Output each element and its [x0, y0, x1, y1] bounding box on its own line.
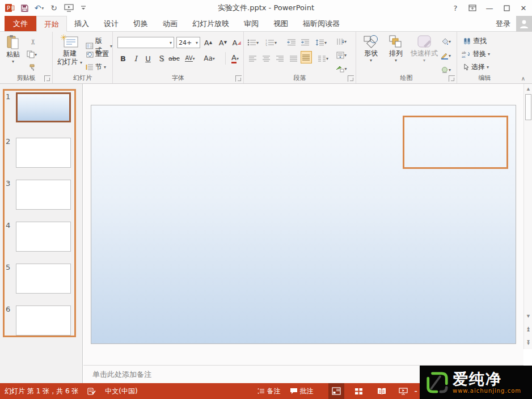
justify-icon[interactable]: [288, 52, 299, 65]
grow-font-icon[interactable]: A▲: [202, 36, 214, 49]
convert-smartart-icon[interactable]: ▾: [336, 62, 347, 75]
avatar[interactable]: [516, 16, 532, 32]
slide-thumbnail-1[interactable]: [16, 92, 71, 122]
font-color-button[interactable]: A▾: [225, 52, 239, 65]
reading-view-icon[interactable]: [374, 383, 390, 399]
scrollbar-thumb[interactable]: [525, 94, 531, 120]
scroll-up-icon[interactable]: ▲: [525, 84, 532, 94]
help-icon[interactable]: ?: [447, 1, 464, 15]
line-spacing-icon[interactable]: ▾: [315, 36, 327, 49]
undo-icon[interactable]: ↶▾: [33, 2, 45, 14]
new-slide-button[interactable]: 新建 幻灯片 ▾: [56, 35, 83, 66]
tab-view[interactable]: 视图: [266, 16, 295, 31]
replace-button[interactable]: abac 替换▾: [462, 49, 490, 59]
editing-group-label: 编辑: [457, 74, 512, 82]
slide-counter[interactable]: 幻灯片 第 1 张，共 6 张: [0, 383, 83, 399]
save-icon[interactable]: [18, 2, 31, 14]
tab-home[interactable]: 开始: [36, 16, 67, 32]
character-spacing-button[interactable]: AV▾: [184, 52, 196, 65]
comments-toggle[interactable]: 批注: [285, 383, 318, 399]
align-left-icon[interactable]: [247, 52, 259, 65]
powerpoint-app-icon: P: [3, 2, 16, 14]
paragraph-dialog-launcher[interactable]: [348, 75, 354, 82]
slide-canvas[interactable]: [91, 105, 516, 344]
notes-placeholder[interactable]: 单击此处添加备注: [92, 370, 151, 380]
watermark-brand: 爱纯净: [453, 371, 521, 387]
customize-qat-icon[interactable]: [77, 2, 90, 14]
increase-indent-icon[interactable]: [299, 36, 311, 49]
tab-animations[interactable]: 动画: [155, 16, 185, 31]
shrink-font-icon[interactable]: A▼: [217, 36, 229, 49]
shapes-button[interactable]: 形状 ▾: [360, 35, 382, 63]
text-shadow-button[interactable]: S: [156, 52, 167, 65]
sign-in-link[interactable]: 登录: [496, 19, 510, 29]
vertical-scrollbar[interactable]: ▲ ▼ ▲▲ ▼▼: [523, 84, 532, 349]
drawing-group-label: 绘图: [356, 74, 457, 82]
normal-view-icon[interactable]: [328, 383, 344, 399]
bullets-icon[interactable]: ▾: [247, 36, 259, 49]
previous-slide-icon[interactable]: ▲▲: [525, 324, 532, 333]
tab-transitions[interactable]: 切换: [126, 16, 155, 31]
format-painter-icon[interactable]: [27, 61, 39, 74]
tab-insert[interactable]: 插入: [67, 16, 96, 31]
arrange-label: 排列: [389, 49, 403, 58]
drawing-dialog-launcher[interactable]: [449, 75, 455, 82]
slide-thumbnail-3[interactable]: [16, 180, 71, 210]
tab-slideshow[interactable]: 幻灯片放映: [185, 16, 237, 31]
slide-thumbnail-2[interactable]: [16, 138, 71, 168]
start-slideshow-icon[interactable]: [62, 2, 75, 14]
close-icon[interactable]: ✕: [515, 1, 532, 15]
font-dialog-launcher[interactable]: [235, 75, 242, 82]
slide-number: 5: [6, 263, 14, 271]
spell-check-icon[interactable]: [83, 383, 100, 399]
font-size-combo[interactable]: 24+▾: [176, 37, 200, 48]
tab-review[interactable]: 审阅: [237, 16, 266, 31]
cut-icon[interactable]: ✂: [27, 35, 39, 48]
underline-button[interactable]: U: [142, 52, 154, 65]
section-button[interactable]: 节▾: [86, 62, 106, 72]
notes-toggle[interactable]: 备注: [253, 383, 285, 399]
tab-foxit-reader[interactable]: 福昕阅读器: [295, 16, 347, 31]
slide-thumbnail-6[interactable]: [16, 305, 71, 336]
collapse-ribbon-icon[interactable]: ∧: [521, 75, 525, 82]
quick-styles-label: 快速样式: [411, 49, 438, 58]
shape-outline-icon[interactable]: ▾: [440, 49, 451, 62]
font-name-combo[interactable]: ▾: [117, 37, 174, 48]
tab-file[interactable]: 文件: [5, 16, 36, 31]
align-center-icon[interactable]: [261, 52, 272, 65]
maximize-icon[interactable]: [498, 1, 515, 15]
redo-icon[interactable]: ↻: [48, 2, 60, 14]
strikethrough-button[interactable]: abc: [168, 52, 180, 65]
arrange-button[interactable]: 排列 ▾: [385, 35, 407, 63]
language-indicator[interactable]: 中文(中国): [100, 383, 142, 399]
scroll-down-icon[interactable]: ▼: [525, 312, 532, 321]
select-button[interactable]: 选择▾: [463, 62, 489, 72]
tab-design[interactable]: 设计: [96, 16, 126, 31]
next-slide-icon[interactable]: ▼▼: [525, 338, 532, 347]
slide-thumbnail-5[interactable]: [16, 264, 71, 294]
change-case-button[interactable]: Aa▾: [204, 52, 215, 65]
copy-icon[interactable]: ▾: [26, 48, 37, 61]
minimize-icon[interactable]: —: [481, 1, 498, 15]
clear-formatting-icon[interactable]: A◢: [231, 36, 242, 49]
italic-button[interactable]: I: [130, 52, 141, 65]
slide-sorter-view-icon[interactable]: [351, 383, 367, 399]
clipboard-dialog-launcher[interactable]: [44, 75, 50, 82]
paste-button[interactable]: 粘贴 ▾: [2, 35, 24, 65]
slide-thumbnail-4[interactable]: [16, 222, 71, 252]
find-button[interactable]: 查找: [463, 36, 487, 46]
reset-button[interactable]: 重置: [86, 49, 109, 59]
align-right-icon[interactable]: [275, 52, 286, 65]
undo-dropdown-icon[interactable]: ▾: [41, 6, 44, 11]
shape-fill-icon[interactable]: ▾: [440, 35, 451, 48]
bold-button[interactable]: B: [117, 52, 129, 65]
ribbon-display-options-icon[interactable]: [464, 1, 481, 15]
quick-styles-button[interactable]: 快速样式 ▾: [409, 35, 439, 63]
distributed-icon[interactable]: [301, 51, 312, 63]
decrease-indent-icon[interactable]: [286, 36, 297, 49]
slideshow-view-icon[interactable]: [395, 383, 411, 399]
numbering-icon[interactable]: 123▾: [265, 36, 277, 49]
text-direction-icon[interactable]: ▾: [336, 35, 347, 48]
align-text-icon[interactable]: ▾: [336, 49, 347, 61]
columns-icon[interactable]: ▾: [318, 52, 329, 65]
